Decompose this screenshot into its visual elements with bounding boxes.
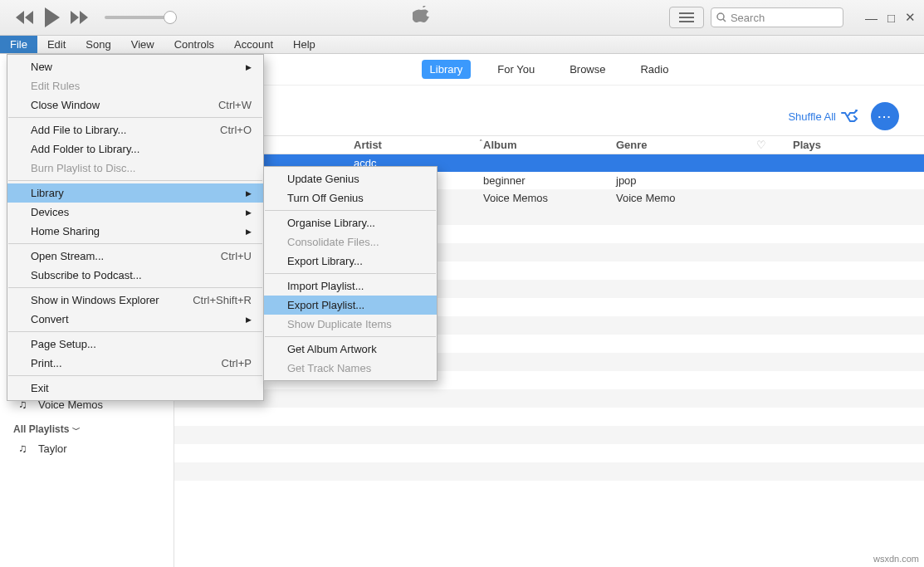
file-menu: New▶Edit RulesClose WindowCtrl+WAdd File… <box>7 54 264 401</box>
menu-edit[interactable]: Edit <box>37 36 76 53</box>
music-note-icon: ♫ <box>18 442 32 455</box>
menu-item-burn-playlist-to-disc: Burn Playlist to Disc... <box>7 159 263 178</box>
menu-item-export-library[interactable]: Export Library... <box>264 252 437 271</box>
sidebar-item-taylor[interactable]: ♫ Taylor <box>12 439 174 457</box>
menu-item-show-in-windows-explorer[interactable]: Show in Windows ExplorerCtrl+Shift+R <box>7 291 263 310</box>
menu-item-home-sharing[interactable]: Home Sharing▶ <box>7 222 263 241</box>
apple-logo <box>413 6 431 30</box>
shuffle-icon <box>841 110 858 123</box>
col-genre[interactable]: Genre <box>616 139 745 151</box>
menu-item-turn-off-genius[interactable]: Turn Off Genius <box>264 188 437 208</box>
menu-song[interactable]: Song <box>76 36 120 53</box>
more-button[interactable]: ··· <box>871 102 899 130</box>
menu-item-close-window[interactable]: Close WindowCtrl+W <box>7 95 263 115</box>
next-button[interactable] <box>70 11 90 24</box>
maximize-button[interactable]: □ <box>887 11 895 25</box>
tab-radio[interactable]: Radio <box>632 60 677 79</box>
svg-point-0 <box>717 13 724 20</box>
col-loved[interactable]: ♡ <box>745 139 778 151</box>
previous-button[interactable] <box>15 11 35 24</box>
menu-item-edit-rules: Edit Rules <box>7 76 263 95</box>
menu-item-show-duplicate-items: Show Duplicate Items <box>264 315 437 334</box>
menu-item-new[interactable]: New▶ <box>7 57 263 76</box>
tab-for-you[interactable]: For You <box>489 60 543 79</box>
menu-item-add-folder-to-library[interactable]: Add Folder to Library... <box>7 139 263 159</box>
titlebar: Search — □ ✕ <box>0 0 924 36</box>
menu-item-convert[interactable]: Convert▶ <box>7 310 263 329</box>
menu-help[interactable]: Help <box>283 36 325 53</box>
col-artist[interactable]: Artist˄ <box>354 139 483 151</box>
menu-file[interactable]: File <box>0 36 37 53</box>
menu-item-organise-library[interactable]: Organise Library... <box>264 213 437 232</box>
menu-item-import-playlist[interactable]: Import Playlist... <box>264 276 437 296</box>
menu-item-devices[interactable]: Devices▶ <box>7 203 263 222</box>
menu-item-library[interactable]: Library▶ <box>7 183 263 203</box>
play-button[interactable] <box>43 7 61 27</box>
sidebar-item-label: Taylor <box>38 442 67 455</box>
col-plays[interactable]: Plays <box>778 139 836 151</box>
watermark: wsxdn.com <box>873 554 919 564</box>
menu-controls[interactable]: Controls <box>164 36 224 53</box>
minimize-button[interactable]: — <box>865 11 878 25</box>
volume-slider[interactable] <box>105 16 175 19</box>
menu-item-print[interactable]: Print...Ctrl+P <box>7 354 263 373</box>
search-icon <box>716 12 726 22</box>
tab-library[interactable]: Library <box>422 60 472 79</box>
menu-item-export-playlist[interactable]: Export Playlist... <box>264 296 437 315</box>
menu-item-consolidate-files: Consolidate Files... <box>264 232 437 252</box>
library-submenu: Update GeniusTurn Off GeniusOrganise Lib… <box>263 166 438 381</box>
search-placeholder: Search <box>731 12 765 24</box>
menu-item-open-stream[interactable]: Open Stream...Ctrl+U <box>7 247 263 266</box>
search-input[interactable]: Search <box>711 7 843 27</box>
nav-tabs: Library For You Browse Radio <box>174 54 924 86</box>
sidebar-group-all-playlists[interactable]: All Playlists ﹀ <box>13 423 174 436</box>
menu-item-get-track-names: Get Track Names <box>264 359 437 378</box>
menu-item-get-album-artwork[interactable]: Get Album Artwork <box>264 340 437 359</box>
tab-browse[interactable]: Browse <box>561 60 614 79</box>
menu-item-update-genius[interactable]: Update Genius <box>264 169 437 188</box>
svg-line-1 <box>723 19 726 22</box>
menu-item-subscribe-to-podcast[interactable]: Subscribe to Podcast... <box>7 266 263 285</box>
menu-item-add-file-to-library[interactable]: Add File to Library...Ctrl+O <box>7 120 263 139</box>
shuffle-all-button[interactable]: Shuffle All <box>788 110 858 123</box>
menu-view[interactable]: View <box>121 36 164 53</box>
col-album[interactable]: Album <box>483 139 616 151</box>
close-button[interactable]: ✕ <box>905 10 916 25</box>
menu-account[interactable]: Account <box>224 36 283 53</box>
menubar: File Edit Song View Controls Account Hel… <box>0 36 924 54</box>
menu-item-page-setup[interactable]: Page Setup... <box>7 335 263 354</box>
menu-item-exit[interactable]: Exit <box>7 379 263 398</box>
list-view-button[interactable] <box>669 7 704 28</box>
